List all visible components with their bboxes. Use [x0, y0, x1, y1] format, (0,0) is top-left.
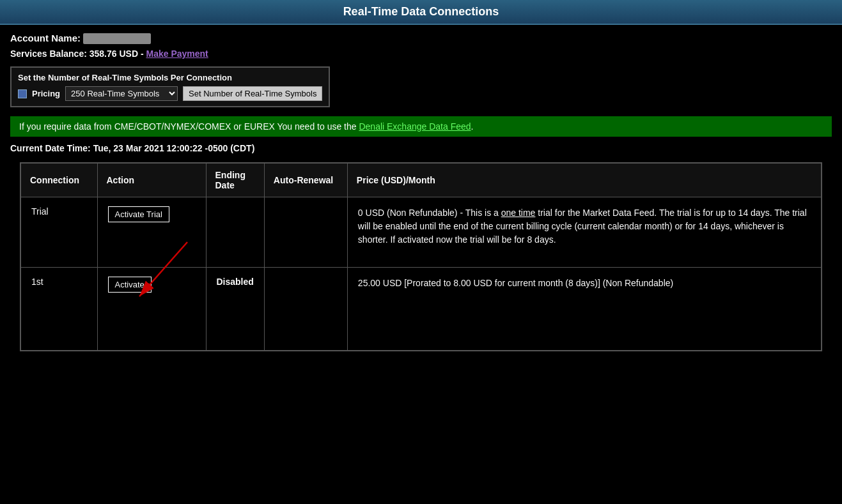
symbols-box: Set the Number of Real-Time Symbols Per …: [10, 66, 330, 107]
green-bar-text-before: If you require data from CME/CBOT/NYMEX/…: [19, 121, 359, 132]
1st-ending-cell: Disabled: [206, 268, 264, 351]
account-name-label: Account Name:: [10, 33, 81, 43]
services-balance-row: Services Balance: 358.76 USD - Make Paym…: [10, 49, 832, 59]
1st-action-cell: Activate: [97, 268, 206, 351]
col-header-connection: Connection: [20, 163, 97, 197]
1st-price-cell: 25.00 USD [Prorated to 8.00 USD for curr…: [347, 268, 822, 351]
services-balance-amount: 358.76 USD: [90, 49, 138, 59]
trial-connection-cell: Trial: [20, 197, 97, 268]
activate-button[interactable]: Activate: [108, 277, 152, 293]
denali-link[interactable]: Denali Exchange Data Feed: [359, 121, 471, 132]
col-header-ending: Ending Date: [206, 163, 264, 197]
account-name-value: ████_████_█: [83, 33, 150, 44]
pricing-label: Pricing: [32, 89, 60, 98]
datetime-value: Tue, 23 Mar 2021 12:00:22 -0500 (CDT): [93, 143, 255, 153]
table-header-row: Connection Action Ending Date Auto-Renew…: [20, 163, 822, 197]
make-payment-link[interactable]: Make Payment: [146, 49, 208, 59]
account-name-row: Account Name: ████_████_█: [10, 33, 832, 43]
services-balance-label: Services Balance:: [10, 49, 87, 59]
header-title: Real-Time Data Connections: [343, 5, 499, 18]
col-header-action: Action: [97, 163, 206, 197]
trial-action-cell: Activate Trial: [97, 197, 206, 268]
col-header-price: Price (USD)/Month: [347, 163, 822, 197]
table-row-1st: 1st Activate Disabled 25.00 USD [Prorate…: [20, 268, 822, 351]
table-row-trial: Trial Activate Trial: [20, 197, 822, 268]
set-symbols-button[interactable]: Set Number of Real-Time Symbols: [183, 86, 322, 101]
pricing-icon: [18, 89, 27, 98]
connections-table: Connection Action Ending Date Auto-Renew…: [20, 162, 822, 351]
symbols-box-title: Set the Number of Real-Time Symbols Per …: [18, 73, 322, 82]
1st-connection-cell: 1st: [20, 268, 97, 351]
trial-autorenewal-cell: [264, 197, 347, 268]
activate-trial-button[interactable]: Activate Trial: [108, 206, 169, 222]
trial-ending-cell: [206, 197, 264, 268]
trial-price-cell: 0 USD (Non Refundable) - This is a one t…: [347, 197, 822, 268]
green-bar-text-after: .: [471, 121, 474, 132]
symbols-select[interactable]: 250 Real-Time Symbols 500 Real-Time Symb…: [65, 86, 178, 101]
1st-autorenewal-cell: [264, 268, 347, 351]
datetime-row: Current Date Time: Tue, 23 Mar 2021 12:0…: [10, 143, 832, 153]
col-header-autorenewal: Auto-Renewal: [264, 163, 347, 197]
datetime-label: Current Date Time:: [10, 143, 91, 153]
page-title: Real-Time Data Connections: [0, 0, 842, 25]
green-bar: If you require data from CME/CBOT/NYMEX/…: [10, 116, 832, 137]
